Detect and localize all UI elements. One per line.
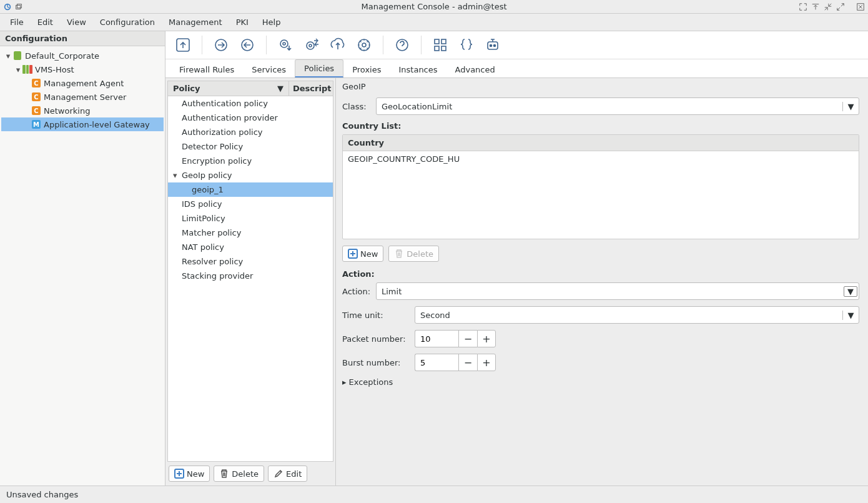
chevron-down-icon[interactable]: ▾ xyxy=(4,51,12,61)
burst-input[interactable] xyxy=(415,354,458,371)
toolbar-revert-icon[interactable] xyxy=(236,34,259,56)
toolbar-gear-swap-icon[interactable] xyxy=(300,34,323,56)
policy-col-description[interactable]: Descript xyxy=(289,81,333,96)
new-country-button[interactable]: New xyxy=(342,246,383,262)
policy-col-policy[interactable]: Policy ▼ xyxy=(168,81,289,96)
packet-input[interactable] xyxy=(415,330,458,347)
menu-file[interactable]: File xyxy=(4,15,30,29)
menu-pki[interactable]: PKI xyxy=(230,15,255,29)
menu-help[interactable]: Help xyxy=(256,15,287,29)
toolbar-upload-icon[interactable] xyxy=(327,34,349,56)
policy-item[interactable]: Encryption policy xyxy=(168,154,333,168)
policy-item[interactable]: Authentication policy xyxy=(168,96,333,111)
svg-rect-17 xyxy=(441,46,446,51)
svg-rect-18 xyxy=(488,42,498,49)
host-icon xyxy=(22,64,32,74)
svg-rect-15 xyxy=(441,39,446,44)
sidebar: Configuration ▾ Default_Corporate ▾ VMS-… xyxy=(0,31,165,486)
window-top-icon[interactable] xyxy=(811,2,821,12)
window-close-icon[interactable] xyxy=(856,2,866,12)
btn-label: Delete xyxy=(407,249,433,259)
tree-host[interactable]: ▾ VMS-Host xyxy=(1,62,164,76)
country-header[interactable]: Country xyxy=(343,135,859,151)
country-row[interactable]: GEOIP_COUNTRY_CODE_HU xyxy=(343,151,859,167)
component-icon: C xyxy=(31,106,41,116)
policy-item[interactable]: Authentication provider xyxy=(168,111,333,125)
minus-icon[interactable]: − xyxy=(458,330,477,347)
toolbar-help-circle-icon[interactable] xyxy=(391,34,413,56)
window-maximize-diag-icon[interactable] xyxy=(836,2,846,12)
toolbar-gear-down-icon[interactable] xyxy=(274,34,297,56)
chevron-down-icon[interactable]: ▾ xyxy=(173,171,182,180)
policy-item[interactable]: Stacking provider xyxy=(168,269,333,283)
policy-item[interactable]: Detector Policy xyxy=(168,139,333,154)
policy-item[interactable]: IDS policy xyxy=(168,197,333,211)
tree-item-mgmt-server[interactable]: C Management Server xyxy=(1,90,164,104)
tab-instances[interactable]: Instances xyxy=(390,61,446,77)
edit-policy-button[interactable]: Edit xyxy=(268,466,307,482)
window-minimize-diag-icon[interactable] xyxy=(823,2,833,12)
burst-spinner: − + xyxy=(415,354,496,371)
policy-item-geoip[interactable]: ▾GeoIp policy xyxy=(168,168,333,182)
detail-heading: GeoIP xyxy=(342,82,859,91)
policy-item[interactable]: Authorization policy xyxy=(168,125,333,139)
time-label: Time unit: xyxy=(342,311,410,320)
chevron-down-icon[interactable]: ▾ xyxy=(14,65,22,74)
menu-view[interactable]: View xyxy=(61,15,92,29)
delete-policy-button[interactable]: Delete xyxy=(214,466,264,482)
tab-advanced[interactable]: Advanced xyxy=(446,61,504,77)
plus-icon[interactable]: + xyxy=(477,330,496,347)
menu-management[interactable]: Management xyxy=(162,15,229,29)
window-restore-icon[interactable] xyxy=(14,2,24,12)
menu-configuration[interactable]: Configuration xyxy=(94,15,161,29)
window-maximize-corners-icon[interactable] xyxy=(798,2,808,12)
toolbar-gear-circle-icon[interactable] xyxy=(353,34,375,56)
sidebar-header: Configuration xyxy=(0,31,165,46)
class-combo[interactable]: GeoLocationLimit ▼ xyxy=(376,97,859,115)
tree-root-label: Default_Corporate xyxy=(25,51,99,61)
app-menu-icon[interactable] xyxy=(2,2,12,12)
policy-item[interactable]: NAT policy xyxy=(168,240,333,254)
row-time-unit: Time unit: Second ▼ xyxy=(342,306,859,324)
action-combo[interactable]: Limit ▼ xyxy=(376,282,859,300)
toolbar-script-icon[interactable] xyxy=(455,34,478,56)
minus-icon[interactable]: − xyxy=(458,354,477,371)
toolbar-separator xyxy=(266,36,267,54)
tree-item-networking[interactable]: C Networking xyxy=(1,104,164,117)
svg-rect-16 xyxy=(435,46,439,51)
time-combo[interactable]: Second ▼ xyxy=(415,306,859,324)
chevron-down-icon[interactable]: ▼ xyxy=(844,286,857,297)
delete-country-button[interactable]: Delete xyxy=(388,246,439,262)
chevron-down-icon[interactable]: ▼ xyxy=(842,102,859,111)
menu-edit[interactable]: Edit xyxy=(31,15,59,29)
tab-services[interactable]: Services xyxy=(243,61,295,77)
tab-policies[interactable]: Policies xyxy=(295,59,343,77)
class-value: GeoLocationLimit xyxy=(377,102,842,111)
tabbar: Firewall Rules Services Policies Proxies… xyxy=(165,59,868,78)
packet-label: Packet number: xyxy=(342,334,410,344)
tree-root[interactable]: ▾ Default_Corporate xyxy=(1,49,164,62)
policy-list[interactable]: Authentication policy Authentication pro… xyxy=(168,96,333,461)
chevron-right-icon: ▸ xyxy=(342,377,347,387)
policy-item[interactable]: Matcher policy xyxy=(168,226,333,240)
toolbar-robot-icon[interactable] xyxy=(481,34,504,56)
policy-item[interactable]: Resolver policy xyxy=(168,254,333,269)
tab-proxies[interactable]: Proxies xyxy=(343,61,390,77)
tab-firewall-rules[interactable]: Firewall Rules xyxy=(170,61,243,77)
btn-label: Delete xyxy=(232,469,259,479)
new-policy-button[interactable]: New xyxy=(169,466,210,482)
tree-label: Management Agent xyxy=(44,79,124,88)
toolbar-back-parent-icon[interactable] xyxy=(172,34,194,56)
toolbar-grid-icon[interactable] xyxy=(429,34,451,56)
status-text: Unsaved changes xyxy=(6,490,78,499)
chevron-down-icon[interactable]: ▼ xyxy=(842,311,859,320)
plus-icon[interactable]: + xyxy=(477,354,496,371)
exceptions-expander[interactable]: ▸ Exceptions xyxy=(342,377,859,387)
svg-point-10 xyxy=(309,44,312,47)
tree-item-app-gateway[interactable]: M Application-level Gateway xyxy=(1,117,164,131)
tree-label: Application-level Gateway xyxy=(44,120,150,129)
policy-child-geoip1[interactable]: geoip_1 xyxy=(168,182,333,197)
tree-item-mgmt-agent[interactable]: C Management Agent xyxy=(1,76,164,90)
policy-item[interactable]: LimitPolicy xyxy=(168,211,333,226)
toolbar-commit-icon[interactable] xyxy=(210,34,232,56)
